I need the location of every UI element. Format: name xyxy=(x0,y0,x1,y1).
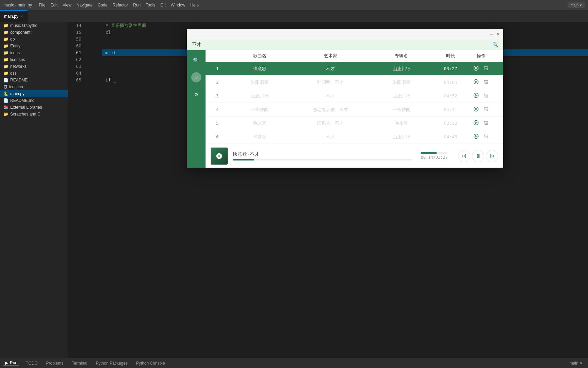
row-6-artist: 不才 xyxy=(295,134,366,140)
row-6-duration: 04:46 xyxy=(437,134,464,139)
menu-git[interactable]: Git xyxy=(160,3,165,7)
row-6-actions xyxy=(464,133,498,141)
sidebar-item-scratches[interactable]: 📂Scratches and C xyxy=(0,111,68,118)
row-3-title: 山止川行 xyxy=(224,93,295,99)
line-61: 61 xyxy=(68,49,85,56)
sidebar-item-icon-ico[interactable]: 🖼icon.ico xyxy=(0,83,68,90)
sidebar-item-db[interactable]: 📁db xyxy=(0,36,68,43)
nav-settings-icon[interactable]: ⚙ xyxy=(191,89,201,99)
sidebar-item-networks[interactable]: 📁networks xyxy=(0,63,68,70)
sidebar-item-component[interactable]: 📁component xyxy=(0,29,68,36)
nav-search-icon[interactable]: 🔍 xyxy=(191,55,201,65)
sidebar-item-qss[interactable]: 📁qss xyxy=(0,70,68,77)
ide-actions: main ▾ xyxy=(568,2,585,8)
row-4-album: 一等轶闻 xyxy=(366,107,437,113)
row-3-play-button[interactable] xyxy=(473,92,479,100)
row-3-num: 3 xyxy=(211,93,224,98)
tab-todo[interactable]: TODO xyxy=(24,361,39,366)
search-icon: 🔍 xyxy=(492,42,498,47)
terminal-area: ▶ Run TODO Problems Terminal Python Pack… xyxy=(0,358,588,368)
row-6-delete-button[interactable] xyxy=(483,133,490,141)
run-tab-label[interactable]: main ✕ xyxy=(568,361,585,366)
progress-bar-container xyxy=(233,159,412,160)
tab-run[interactable]: ▶ Run xyxy=(3,361,19,366)
row-4-play-button[interactable] xyxy=(473,106,479,113)
tab-terminal[interactable]: Terminal xyxy=(70,361,89,366)
row-5-play-button[interactable] xyxy=(473,119,479,127)
line-65: 65 xyxy=(68,77,85,83)
code-content[interactable]: # 音乐播放器主界面 cl ▶ it if _ — ✕ xyxy=(102,22,588,358)
row-1-num: 1 xyxy=(211,66,224,71)
song-row-5[interactable]: 5 晚来客 国风堂、不才 晚来客 03:32 xyxy=(206,117,503,130)
sidebar-item-readme-md[interactable]: 📄README.md xyxy=(0,97,68,104)
music-player-overlay: — ✕ 🔍 🔍 ♡ xyxy=(102,22,588,358)
row-5-delete-button[interactable] xyxy=(483,119,490,127)
row-4-actions xyxy=(464,106,498,113)
git-branch[interactable]: main ▾ xyxy=(568,2,585,8)
row-2-num: 2 xyxy=(211,80,224,85)
menu-run[interactable]: Run xyxy=(133,3,141,7)
next-button[interactable] xyxy=(486,150,498,162)
editor-area[interactable]: 14 15 59 60 61 62 63 64 65 # 音乐播放器主界面 cl… xyxy=(68,22,588,358)
sidebar-item-entity[interactable]: 📁Entity xyxy=(0,43,68,49)
tab-main-py[interactable]: main.py ✕ xyxy=(0,10,28,22)
tab-label: main.py xyxy=(4,14,18,19)
row-2-delete-button[interactable] xyxy=(483,78,490,86)
menu-refactor[interactable]: Refactor xyxy=(113,3,128,7)
sidebar-item-licenses[interactable]: 📁licenses xyxy=(0,56,68,63)
col-num xyxy=(211,53,224,59)
tab-python-console[interactable]: Python Console xyxy=(134,361,167,366)
tab-close-button[interactable]: ✕ xyxy=(20,15,23,18)
row-6-num: 6 xyxy=(211,134,224,139)
search-bar: 🔍 xyxy=(187,39,503,50)
menu-navigate[interactable]: Navigate xyxy=(77,3,93,7)
song-row-1[interactable]: 1 快意歌 不才 山止川行 03:27 xyxy=(206,62,503,76)
line-14: 14 xyxy=(68,22,85,29)
svg-rect-9 xyxy=(478,154,479,157)
prev-button[interactable] xyxy=(458,150,470,162)
sidebar-item-readme[interactable]: 📄README xyxy=(0,77,68,83)
row-3-duration: 04:52 xyxy=(437,93,464,98)
song-list-area: 歌曲名 艺术家 专辑名 时长 操作 1 xyxy=(206,50,503,168)
search-input[interactable] xyxy=(192,42,492,47)
song-row-2[interactable]: 2 洛阳旧事 叶昭明、不才 洛阳旧事 04:04 xyxy=(206,76,503,89)
sidebar-item-music[interactable]: 📁music G:\pytho xyxy=(0,22,68,29)
row-6-play-button[interactable] xyxy=(473,133,479,141)
menu-window[interactable]: Window xyxy=(171,3,185,7)
nav-heart-icon[interactable]: ♡ xyxy=(191,72,201,82)
song-row-6[interactable]: 6 寻常歌 不才 山止川行 04:46 xyxy=(206,130,503,144)
menu-code[interactable]: Code xyxy=(98,3,108,7)
music-player: — ✕ 🔍 🔍 ♡ xyxy=(187,29,503,168)
row-5-num: 5 xyxy=(211,121,224,126)
volume-bar[interactable] xyxy=(421,152,448,154)
menu-view[interactable]: View xyxy=(63,3,71,7)
row-2-play-button[interactable] xyxy=(473,78,479,86)
col-actions: 操作 xyxy=(464,53,498,59)
song-row-3[interactable]: 3 山止川行 不才 山止川行 04:52 xyxy=(206,89,503,103)
song-rows: 1 快意歌 不才 山止川行 03:27 xyxy=(206,62,503,144)
sidebar-item-main-py[interactable]: 🐍main.py xyxy=(0,90,68,97)
tab-python-packages[interactable]: Python Packages xyxy=(94,361,129,366)
player-minimize-button[interactable]: — xyxy=(490,31,493,37)
tab-problems[interactable]: Problems xyxy=(44,361,65,366)
pause-button[interactable] xyxy=(472,150,484,162)
line-62: 62 xyxy=(68,56,85,63)
menu-tools[interactable]: Tools xyxy=(146,3,155,7)
menu-file[interactable]: File xyxy=(39,3,45,7)
editor-gutter: 14 15 59 60 61 62 63 64 65 xyxy=(68,22,85,358)
sidebar-item-icons[interactable]: 📁icons xyxy=(0,49,68,56)
row-4-delete-button[interactable] xyxy=(483,106,490,113)
menu-edit[interactable]: Edit xyxy=(50,3,58,7)
row-1-artist: 不才 xyxy=(295,66,366,72)
row-1-play-button[interactable] xyxy=(473,65,479,73)
sidebar-item-ext-libs[interactable]: 📚External Libraries xyxy=(0,104,68,111)
row-2-artist: 叶昭明、不才 xyxy=(295,79,366,86)
player-close-button[interactable]: ✕ xyxy=(496,31,500,37)
player-controls: 快意歌-不才 xyxy=(206,144,503,168)
row-1-delete-button[interactable] xyxy=(483,65,490,73)
branch-name: main xyxy=(570,3,578,7)
menu-help[interactable]: Help xyxy=(190,3,199,7)
song-row-4[interactable]: 4 一等轶闻 恋恋故人难、不才 一等轶闻 03:51 xyxy=(206,103,503,117)
progress-bar[interactable] xyxy=(233,159,412,160)
row-3-delete-button[interactable] xyxy=(483,92,490,100)
